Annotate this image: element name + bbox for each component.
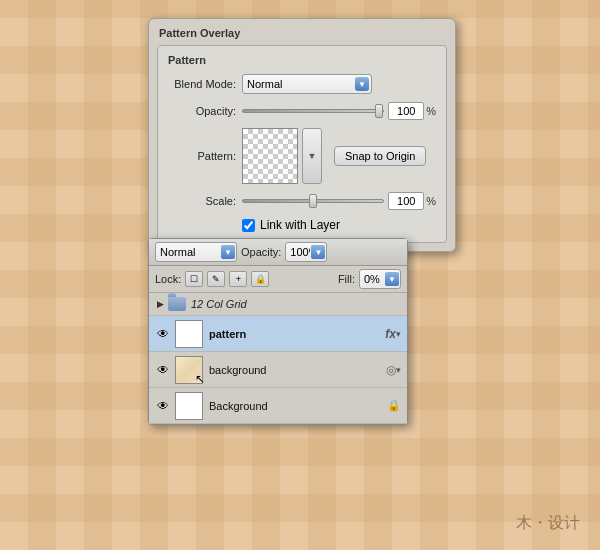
layers-opacity-wrapper: ▼ (285, 242, 327, 262)
blend-mode-row: Blend Mode: Normal Dissolve Multiply Scr… (168, 74, 436, 94)
opacity-slider-thumb[interactable] (375, 104, 383, 118)
layer-row[interactable]: 👁 pattern fx ▾ (149, 316, 407, 352)
pattern-overlay-dialog: Pattern Overlay Pattern Blend Mode: Norm… (148, 18, 456, 252)
layers-blend-wrapper: Normal Multiply Screen ▼ (155, 242, 237, 262)
pattern-dropdown-button[interactable]: ▼ (302, 128, 322, 184)
layer-name: Background (209, 400, 387, 412)
layer-visibility-icon[interactable]: 👁 (155, 326, 171, 342)
scale-slider-track[interactable] (242, 199, 384, 203)
layer-name: pattern (209, 328, 381, 340)
pattern-row: Pattern: ▼ Snap to Origin (168, 128, 436, 184)
layer-lock-icon: 🔒 (387, 399, 401, 412)
layers-toolbar: Normal Multiply Screen ▼ Opacity: ▼ (149, 239, 407, 266)
scale-slider-thumb[interactable] (309, 194, 317, 208)
layers-panel: Normal Multiply Screen ▼ Opacity: ▼ Lock… (148, 238, 408, 425)
pattern-label: Pattern: (168, 150, 242, 162)
layer-thumbnail (175, 392, 203, 420)
opacity-row: Opacity: 100 % (168, 102, 436, 120)
lock-label: Lock: (155, 273, 181, 285)
layer-row[interactable]: 👁 ↖ background ◎ ▾ (149, 352, 407, 388)
blend-mode-select-wrapper: Normal Dissolve Multiply Screen Overlay … (242, 74, 372, 94)
cursor-overlay-icon: ↖ (195, 372, 205, 386)
pattern-section: Pattern Blend Mode: Normal Dissolve Mult… (157, 45, 447, 243)
link-with-layer-checkbox[interactable] (242, 219, 255, 232)
layer-name: background (209, 364, 382, 376)
group-name: 12 Col Grid (191, 298, 247, 310)
lock-row: Lock: ☐ ✎ + 🔒 Fill: ▼ (149, 266, 407, 293)
layers-opacity-input[interactable] (285, 242, 327, 262)
scale-value-input[interactable]: 100 (388, 192, 424, 210)
scale-slider-container: 100 % (242, 192, 436, 210)
folder-icon (168, 297, 186, 311)
lock-transparent-button[interactable]: ☐ (185, 271, 203, 287)
blend-mode-select[interactable]: Normal Dissolve Multiply Screen Overlay (242, 74, 372, 94)
fx-badge: fx (385, 327, 396, 341)
lock-pixels-button[interactable]: ✎ (207, 271, 225, 287)
layer-options-icon: ◎ (386, 363, 396, 377)
group-expand-icon: ▶ (155, 299, 165, 309)
fill-input[interactable] (359, 269, 401, 289)
opacity-value-input[interactable]: 100 (388, 102, 424, 120)
scale-label: Scale: (168, 195, 242, 207)
link-with-layer-label: Link with Layer (260, 218, 340, 232)
opacity-percent: % (426, 105, 436, 117)
layer-options-arrow-icon: ▾ (396, 365, 401, 375)
link-with-layer-row: Link with Layer (168, 218, 436, 232)
lock-all-button[interactable]: 🔒 (251, 271, 269, 287)
layers-opacity-label: Opacity: (241, 246, 281, 258)
layer-thumbnail-wrapper: ↖ (175, 356, 203, 384)
opacity-slider-container: 100 % (242, 102, 436, 120)
watermark: 木・设计 (516, 513, 580, 534)
layer-visibility-icon[interactable]: 👁 (155, 362, 171, 378)
blend-mode-label: Blend Mode: (168, 78, 242, 90)
group-row[interactable]: ▶ 12 Col Grid (149, 293, 407, 316)
scale-percent: % (426, 195, 436, 207)
pattern-preview-thumb[interactable] (242, 128, 298, 184)
opacity-label: Opacity: (168, 105, 242, 117)
layer-row[interactable]: 👁 Background 🔒 (149, 388, 407, 424)
dialog-title: Pattern Overlay (157, 27, 447, 39)
layer-thumbnail (175, 320, 203, 348)
fx-arrow-icon: ▾ (396, 329, 401, 339)
opacity-slider-track[interactable] (242, 109, 384, 113)
scale-row: Scale: 100 % (168, 192, 436, 210)
fill-input-wrapper: ▼ (359, 269, 401, 289)
layer-visibility-icon[interactable]: 👁 (155, 398, 171, 414)
section-label: Pattern (168, 54, 436, 66)
fill-label: Fill: (338, 273, 355, 285)
layers-blend-select[interactable]: Normal Multiply Screen (155, 242, 237, 262)
snap-to-origin-button[interactable]: Snap to Origin (334, 146, 426, 166)
lock-position-button[interactable]: + (229, 271, 247, 287)
